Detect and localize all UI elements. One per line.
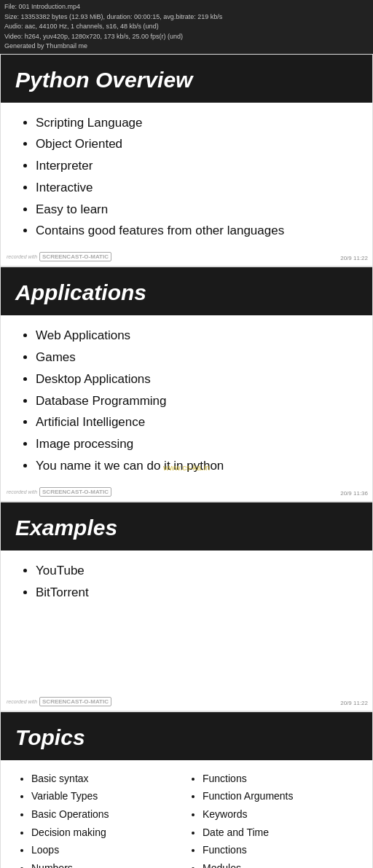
list-item: Artificial Intelligence: [36, 414, 358, 431]
slide-examples-body: YouTube BitTorrent recorded with SCREENC…: [1, 551, 372, 711]
list-item: Keywords: [203, 808, 358, 822]
applications-overlay: www.cs-ka.in: [163, 463, 210, 472]
slide-applications-body: Web Applications Games Desktop Applicati…: [1, 315, 372, 501]
list-item: Modules: [203, 861, 358, 868]
slide-applications-list: Web Applications Games Desktop Applicati…: [15, 327, 358, 475]
slide-examples-list: YouTube BitTorrent: [15, 562, 358, 601]
list-item: Object Oriented: [36, 135, 358, 153]
slide-python-overview-header: Python Overview: [1, 55, 372, 103]
topics-col-left: Basic syntax Variable Types Basic Operat…: [15, 772, 186, 868]
file-info-line5: Generated by Thumbnail me: [4, 42, 369, 52]
list-item: Image processing: [36, 435, 358, 453]
list-item: Variable Types: [31, 789, 186, 804]
list-item: YouTube: [36, 562, 358, 580]
topics-list-right: Functions Function Arguments Keywords Da…: [186, 772, 358, 868]
slide-python-overview-body: Scripting Language Object Oriented Inter…: [1, 103, 372, 267]
timestamp-1: 20/9 11:22: [340, 255, 368, 261]
file-info-line2: Size: 13353382 bytes (12.93 MiB), durati…: [4, 12, 369, 23]
slide-applications-title: Applications: [15, 280, 358, 305]
list-item: Function Arguments: [203, 789, 358, 804]
list-item: Basic syntax: [31, 772, 186, 786]
file-info-line4: Video: h264, yuv420p, 1280x720, 173 kb/s…: [4, 32, 369, 42]
watermark-label: recorded with: [7, 699, 37, 704]
list-item: Easy to learn: [36, 201, 358, 218]
watermark-2: recorded with SCREENCAST-O-MATIC: [7, 487, 111, 497]
slide-python-overview-title: Python Overview: [15, 68, 358, 92]
timestamp-3: 20/9 11:22: [340, 700, 368, 706]
watermark-3: recorded with SCREENCAST-O-MATIC: [7, 697, 111, 706]
list-item: Loops: [31, 843, 186, 858]
list-item: Decision making: [31, 826, 186, 840]
watermark-logo: SCREENCAST-O-MATIC: [39, 487, 111, 497]
watermark-label: recorded with: [7, 489, 37, 494]
slide-examples-title: Examples: [15, 516, 358, 540]
watermark-logo: SCREENCAST-O-MATIC: [39, 697, 111, 706]
watermark-label: recorded with: [7, 254, 37, 259]
slide-topics-body: Basic syntax Variable Types Basic Operat…: [1, 760, 372, 868]
list-item: Numbers: [31, 861, 186, 868]
list-item: Functions: [203, 772, 358, 786]
list-item: BitTorrent: [36, 584, 358, 601]
list-item: Date and Time: [203, 826, 358, 840]
slide-examples: Examples YouTube BitTorrent recorded wit…: [0, 502, 373, 711]
list-item: Basic Operations: [31, 808, 186, 822]
slide-applications: Applications Web Applications Games Desk…: [0, 267, 373, 502]
slide-python-overview: Python Overview Scripting Language Objec…: [0, 54, 373, 267]
slide-topics: Topics Basic syntax Variable Types Basic…: [0, 711, 373, 868]
list-item: Web Applications: [36, 327, 358, 344]
list-item: Interactive: [36, 179, 358, 197]
file-info-line1: File: 001 Introduction.mp4: [4, 2, 369, 12]
topics-col-right: Functions Function Arguments Keywords Da…: [186, 772, 358, 868]
list-item: Games: [36, 349, 358, 366]
file-info-line3: Audio: aac, 44100 Hz, 1 channels, s16, 4…: [4, 22, 369, 32]
slide-topics-header: Topics: [1, 712, 372, 760]
watermark-1: recorded with SCREENCAST-O-MATIC: [7, 252, 111, 261]
topics-list-left: Basic syntax Variable Types Basic Operat…: [15, 772, 186, 868]
list-item: Interpreter: [36, 157, 358, 175]
slide-examples-header: Examples: [1, 502, 372, 551]
list-item: Scripting Language: [36, 114, 358, 132]
timestamp-2: 20/9 11:36: [340, 490, 368, 497]
list-item: Database Programming: [36, 392, 358, 410]
slide-applications-header: Applications: [1, 267, 372, 315]
list-item: Contains good features from other langua…: [36, 222, 358, 240]
file-info-bar: File: 001 Introduction.mp4 Size: 1335338…: [0, 0, 373, 54]
watermark-logo: SCREENCAST-O-MATIC: [39, 252, 111, 261]
slide-topics-title: Topics: [15, 725, 358, 750]
topics-columns: Basic syntax Variable Types Basic Operat…: [15, 772, 358, 868]
list-item: Desktop Applications: [36, 371, 358, 388]
slide-python-overview-list: Scripting Language Object Oriented Inter…: [15, 114, 358, 240]
list-item: Functions: [203, 843, 358, 858]
